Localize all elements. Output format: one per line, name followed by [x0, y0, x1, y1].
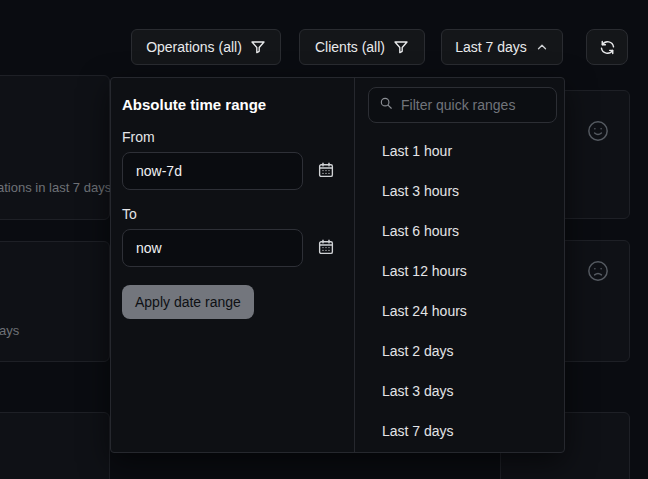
- sad-face-icon: [587, 260, 609, 286]
- dashboard-page: { "toolbar": { "operations_label": "Oper…: [0, 0, 648, 479]
- time-range-dropdown-panel: Absolute time range From: [110, 77, 565, 453]
- quick-ranges-list: Last 1 hour Last 3 hours Last 6 hours La…: [355, 131, 564, 451]
- refresh-button[interactable]: [586, 29, 628, 65]
- to-calendar-button[interactable]: [317, 238, 335, 259]
- clients-filter-label: Clients (all): [315, 39, 385, 55]
- operations-filter-button[interactable]: Operations (all): [131, 29, 281, 65]
- time-range-label: Last 7 days: [455, 39, 527, 55]
- time-range-button[interactable]: Last 7 days: [441, 29, 563, 65]
- quick-ranges-section: Last 1 hour Last 3 hours Last 6 hours La…: [354, 78, 564, 452]
- from-input-row: [122, 152, 343, 190]
- quick-range-item-last-24-hours[interactable]: Last 24 hours: [355, 291, 564, 331]
- quick-range-item-last-1-hour[interactable]: Last 1 hour: [355, 131, 564, 171]
- background-partial-text-2: ays: [0, 323, 19, 338]
- background-card-middle-left: [0, 241, 110, 362]
- calendar-icon: [317, 161, 335, 182]
- filter-funnel-icon: [393, 39, 409, 55]
- search-icon: [379, 96, 393, 114]
- quick-ranges-filter-input[interactable]: [401, 97, 546, 113]
- from-calendar-button[interactable]: [317, 161, 335, 182]
- refresh-icon: [599, 39, 616, 56]
- quick-range-item-last-3-hours[interactable]: Last 3 hours: [355, 171, 564, 211]
- quick-range-item-last-6-hours[interactable]: Last 6 hours: [355, 211, 564, 251]
- clients-filter-button[interactable]: Clients (all): [299, 29, 425, 65]
- to-input-row: [122, 229, 343, 267]
- quick-range-item-last-12-hours[interactable]: Last 12 hours: [355, 251, 564, 291]
- background-card-top-left: [0, 75, 110, 220]
- quick-ranges-search[interactable]: [368, 87, 557, 123]
- absolute-time-range-section: Absolute time range From: [111, 78, 354, 452]
- absolute-time-range-title: Absolute time range: [122, 96, 343, 113]
- to-label: To: [122, 206, 343, 222]
- apply-date-range-button[interactable]: Apply date range: [122, 285, 254, 319]
- quick-range-item-last-2-days[interactable]: Last 2 days: [355, 331, 564, 371]
- background-card-bottom-left: [0, 412, 110, 479]
- filter-funnel-icon: [250, 39, 266, 55]
- from-label: From: [122, 129, 343, 145]
- chevron-up-icon: [535, 40, 549, 54]
- quick-range-item-last-7-days[interactable]: Last 7 days: [355, 411, 564, 451]
- to-input[interactable]: [122, 229, 303, 267]
- calendar-icon: [317, 238, 335, 259]
- background-partial-text-1: ations in last 7 days: [0, 180, 111, 195]
- quick-range-item-last-3-days[interactable]: Last 3 days: [355, 371, 564, 411]
- from-input[interactable]: [122, 152, 303, 190]
- operations-filter-label: Operations (all): [146, 39, 242, 55]
- happy-face-icon: [587, 120, 609, 146]
